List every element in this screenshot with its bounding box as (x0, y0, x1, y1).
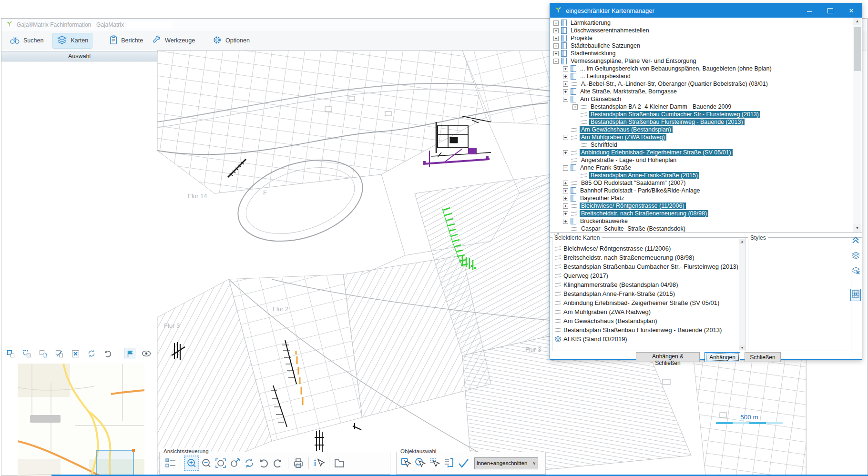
apply-check-icon[interactable] (456, 456, 470, 470)
tree-item[interactable]: +Bleichwiese/ Röntgenstrasse (11/2006) (551, 202, 853, 210)
selected-map-item[interactable]: Klinghammerstraße (Bestandsplan 04/98) (554, 280, 739, 289)
expand-icon[interactable]: + (563, 89, 568, 94)
undo-icon[interactable] (102, 348, 113, 359)
expand-icon[interactable]: + (563, 74, 568, 79)
tree-item[interactable]: Bestandsplan Straßenbau Cumbacher Str.- … (551, 111, 853, 118)
toolbar-werkzeuge[interactable]: Werkzeuge (147, 33, 199, 49)
dialog-titlebar[interactable]: eingeschränkter Kartenmanager ✕ (550, 3, 862, 18)
selected-list-scrollbar[interactable]: ▲ ▼ (739, 239, 745, 350)
toolbar-karten[interactable]: Karten (52, 33, 92, 49)
selected-map-item[interactable]: Anbindung Erlebnisbad- Zeigerheimer Stra… (554, 298, 739, 307)
toolbar-optionen[interactable]: Optionen (208, 33, 254, 49)
undo-icon[interactable] (256, 456, 271, 470)
expand-icon[interactable]: + (563, 181, 568, 186)
tree-item[interactable]: Bestandsplan Straßenbau Flursteinweg - B… (551, 118, 853, 126)
selected-map-item[interactable]: Bleichwiese/ Röntgenstrasse (11/2006) (554, 244, 739, 253)
refresh-icon[interactable] (86, 348, 97, 359)
zoom-out-icon[interactable] (199, 456, 214, 470)
collapse-icon[interactable]: − (553, 59, 559, 64)
expand-icon[interactable]: + (553, 20, 559, 26)
selected-map-item[interactable]: Bestandsplan Anne-Frank-Straße (2015) (554, 289, 739, 298)
tree-item[interactable]: −Am Mühlgraben (ZWA Radweg) (551, 133, 853, 141)
layers-icon[interactable] (852, 252, 860, 261)
selected-map-item[interactable]: Bestandsplan Straßenbau Flursteinweg - B… (554, 325, 739, 334)
tree-item[interactable]: +Breitscheidstr. nach Straßenerneuerung … (551, 210, 853, 217)
expand-icon[interactable]: + (563, 203, 568, 209)
close-dialog-button[interactable]: Schließen (745, 352, 781, 362)
tree-item[interactable]: Am Gewächshaus (Bestandsplan) (551, 126, 853, 133)
layer-list-icon[interactable] (163, 456, 178, 470)
tree-item[interactable]: +Alte Straße, Marktstraße, Borngasse (551, 88, 853, 95)
selection-mode-dropdown[interactable]: innen+angeschnitten ∨ (474, 457, 538, 469)
expand-icon[interactable]: + (553, 28, 559, 33)
expand-icon[interactable]: + (563, 219, 568, 224)
toolbar-berichte[interactable]: Berichte (105, 33, 147, 49)
info-pointer-icon[interactable] (312, 456, 326, 470)
tree-item[interactable]: +B85 OD Rudolstadt "Saaldamm" (2007) (551, 179, 853, 187)
zoom-in-icon[interactable] (184, 456, 199, 471)
tree-item[interactable]: Caspar- Schulte- Straße (Bestandsdok) (551, 225, 853, 232)
minimap-extent-rect[interactable] (95, 449, 135, 476)
selected-map-item[interactable]: Bestandsplan Straßenbau Cumbacher Str.- … (554, 262, 739, 271)
select-circle-cursor-icon[interactable] (413, 456, 428, 470)
toolbar-suchen[interactable]: Suchen (5, 33, 48, 49)
attach-button[interactable]: Anhängen (705, 352, 740, 362)
tree-item[interactable]: +Bahnhof Rudolstadt - Park/Bike&Ride-Anl… (551, 187, 853, 194)
collapse-icon[interactable]: − (563, 97, 568, 102)
select-box-subtract-icon[interactable] (54, 348, 64, 359)
expand-icon[interactable]: + (563, 211, 568, 216)
expand-icon[interactable]: + (563, 81, 568, 87)
print-icon[interactable] (291, 456, 306, 470)
zoom-window-icon[interactable] (214, 456, 228, 470)
scroll-up-icon[interactable]: ▲ (739, 239, 745, 244)
selected-map-item[interactable]: Am Gewächshaus (Bestandsplan) (554, 316, 739, 325)
tree-item[interactable]: +Anbindung Erlebnisbad- Zeigerheimer Str… (551, 149, 853, 156)
select-box-dashed-icon[interactable] (38, 348, 48, 359)
select-box-add-icon[interactable] (21, 348, 32, 359)
tree-item[interactable]: +... Leitungsbestand (551, 72, 853, 80)
tree-scrollbar[interactable]: ▲ ▼ (853, 18, 861, 232)
maximize-button[interactable] (820, 3, 841, 18)
zoom-to-layer-icon[interactable] (850, 289, 861, 301)
scroll-down-icon[interactable]: ▼ (853, 224, 861, 232)
selected-map-item[interactable]: Querweg (2017) (554, 271, 739, 280)
chevrons-up-icon[interactable] (852, 236, 859, 246)
overview-map[interactable]: U (18, 364, 144, 476)
folder-icon[interactable] (332, 456, 347, 470)
selected-map-item[interactable]: Am Mühlgraben (ZWA Radweg) (554, 307, 739, 316)
attach-and-close-button[interactable]: Anhängen & Schließen (636, 352, 700, 362)
scrollbar-thumb[interactable] (854, 27, 861, 71)
tree-item[interactable]: Schriftfeld (551, 141, 853, 149)
zoom-pan-icon[interactable] (228, 456, 242, 470)
minimize-button[interactable] (799, 3, 820, 18)
tree-item[interactable]: Angerstraße - Lage- und Höhenplan (551, 156, 853, 164)
scroll-down-icon[interactable]: ▼ (739, 345, 745, 350)
tree-item[interactable]: −Vermessungspläne, Pläne Ver- und Entsor… (551, 57, 853, 65)
select-rect-cursor-icon[interactable] (399, 456, 413, 470)
tree-item[interactable]: +Bayreuther Platz (551, 194, 853, 202)
flag-icon[interactable] (124, 348, 135, 359)
collapse-icon[interactable]: − (563, 135, 568, 140)
scroll-up-icon[interactable]: ▲ (853, 18, 861, 25)
tree-item[interactable]: +Städtebauliche Satzungen (551, 42, 853, 50)
eye-icon[interactable] (141, 348, 152, 359)
extent-handle[interactable] (132, 449, 135, 452)
clear-selection-icon[interactable] (70, 348, 81, 359)
expand-icon[interactable]: + (553, 43, 559, 49)
tree-item[interactable]: +Brückenbauwerke (551, 217, 853, 225)
tree-item[interactable]: +A.-Bebel-Str., A.-Lindner-Str, Oberange… (551, 80, 853, 88)
select-list-icon[interactable] (442, 456, 456, 470)
selected-map-item[interactable]: Breitscheidstr. nach Straßenerneuerung (… (554, 253, 739, 262)
layers-remove-icon[interactable] (852, 267, 860, 276)
expand-icon[interactable]: + (553, 51, 559, 56)
tree-item[interactable]: +Löschwasserentnahmestellen (551, 27, 853, 34)
tree-item[interactable]: +Stadtentwicklung (551, 50, 853, 57)
select-line-cursor-icon[interactable] (428, 456, 442, 470)
expand-icon[interactable]: + (572, 104, 578, 110)
tree-item[interactable]: Bestandsplan Anne-Frank-Straße (2015) (551, 172, 853, 179)
tree-item[interactable]: +Projekte (551, 34, 853, 42)
expand-icon[interactable]: + (563, 188, 568, 193)
expand-icon[interactable]: + (553, 36, 559, 41)
select-box-icon[interactable] (5, 348, 16, 359)
selected-map-item[interactable]: ALKIS (Stand 03/2019) (554, 334, 739, 344)
